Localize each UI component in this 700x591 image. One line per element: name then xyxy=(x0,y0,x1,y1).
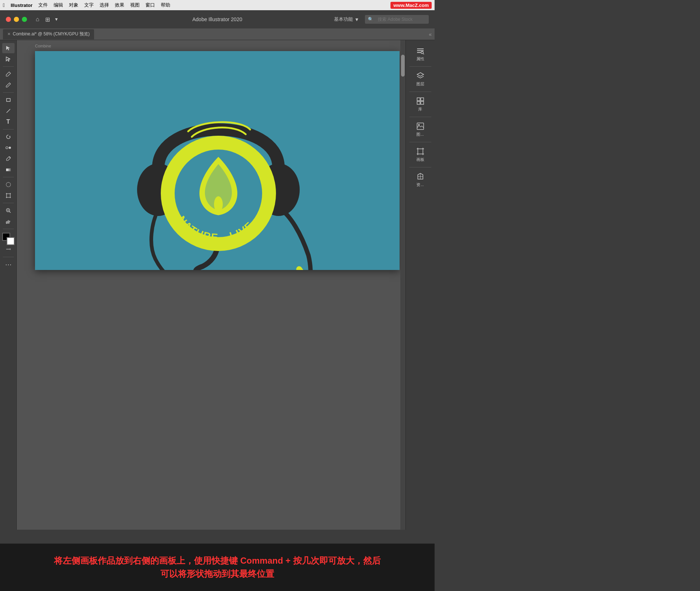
svg-line-20 xyxy=(9,212,11,213)
swap-colors[interactable] xyxy=(2,244,15,255)
vertical-scrollbar[interactable] xyxy=(400,40,405,530)
menu-text[interactable]: 文字 xyxy=(84,2,94,8)
tool-separator-7 xyxy=(3,257,14,257)
search-input[interactable] xyxy=(375,16,426,23)
artboard-tool[interactable] xyxy=(2,190,15,201)
layers-label: 图层 xyxy=(416,81,424,87)
svg-point-30 xyxy=(214,196,223,212)
svg-point-38 xyxy=(421,51,423,54)
main-layout: T xyxy=(0,40,435,530)
menu-select[interactable]: 选择 xyxy=(100,2,109,8)
more-icon: ⋯ xyxy=(5,260,12,269)
line-tool[interactable] xyxy=(2,106,15,116)
panel-sep-1 xyxy=(409,66,431,67)
menu-effect[interactable]: 效果 xyxy=(115,2,124,8)
direct-select-tool[interactable] xyxy=(2,54,15,64)
svg-rect-43 xyxy=(417,101,420,104)
document-tab[interactable]: ✕ Combine.ai* @ 58% (CMYK/GPU 预览) xyxy=(3,29,94,39)
tool-separator-6 xyxy=(3,229,14,229)
gradient-tool[interactable] xyxy=(2,165,15,175)
properties-label: 属性 xyxy=(416,56,424,62)
left-toolbar: T xyxy=(0,40,17,530)
rectangle-tool[interactable] xyxy=(2,95,15,105)
workspace-selector[interactable]: 基本功能 ▼ xyxy=(334,16,359,23)
type-icon: T xyxy=(7,119,10,125)
panel-sep-2 xyxy=(409,92,431,92)
svg-marker-0 xyxy=(6,46,10,50)
menu-edit[interactable]: 编辑 xyxy=(54,2,63,8)
blend-tool[interactable] xyxy=(2,143,15,153)
layout-icon[interactable]: ⊞ xyxy=(45,16,50,23)
layers-panel-btn[interactable]: 图层 xyxy=(408,68,433,90)
color-picker[interactable] xyxy=(2,233,15,245)
svg-point-6 xyxy=(6,147,8,149)
traffic-lights: ⌂ ⊞ ▼ xyxy=(6,16,59,23)
layers-icon xyxy=(416,72,424,80)
select-tool[interactable] xyxy=(2,43,15,53)
svg-rect-9 xyxy=(6,169,11,171)
titlebar-right: 基本功能 ▼ 🔍 xyxy=(334,15,429,24)
logo-svg: NATURE - LIVE xyxy=(35,51,400,270)
watermark: www.MacZ.com xyxy=(390,2,432,9)
svg-rect-44 xyxy=(421,101,424,104)
zoom-tool[interactable] xyxy=(2,205,15,216)
libraries-label: 库 xyxy=(418,107,422,112)
svg-rect-37 xyxy=(417,52,421,53)
hand-tool[interactable] xyxy=(2,216,15,227)
artboard-label: Combine xyxy=(35,44,51,48)
search-bar[interactable]: 🔍 xyxy=(365,15,429,24)
background-color[interactable] xyxy=(7,237,15,245)
menu-object[interactable]: 对象 xyxy=(69,2,78,8)
panel-sep-4 xyxy=(409,142,431,142)
app-title: Adobe Illustrator 2020 xyxy=(192,16,242,22)
eyedropper-tool[interactable] xyxy=(2,154,15,164)
image-trace-panel-btn[interactable]: 图... xyxy=(408,119,433,140)
svg-marker-1 xyxy=(6,57,10,61)
search-icon: 🔍 xyxy=(368,17,373,22)
close-button[interactable] xyxy=(6,17,11,22)
tab-close-icon[interactable]: ✕ xyxy=(7,32,11,36)
home-icon[interactable]: ⌂ xyxy=(36,16,39,23)
scrollbar-thumb-v[interactable] xyxy=(401,55,405,77)
menu-file[interactable]: 文件 xyxy=(38,2,48,8)
instruction-line2: 可以将形状拖动到其最终位置 xyxy=(160,567,274,580)
canvas-area: Combine xyxy=(17,40,405,530)
svg-rect-41 xyxy=(417,98,420,101)
apple-menu[interactable]:  xyxy=(3,2,5,8)
properties-icon xyxy=(416,47,424,55)
more-tools[interactable]: ⋯ xyxy=(2,259,15,270)
instruction-line1: 将左侧画板作品放到右侧的画板上，使用快捷键 Command + 按几次即可放大，… xyxy=(54,554,380,567)
menu-help[interactable]: 帮助 xyxy=(161,2,170,8)
pen-tool[interactable] xyxy=(2,69,15,79)
panel-collapse-icon[interactable]: « xyxy=(429,31,432,37)
type-tool[interactable]: T xyxy=(2,117,15,127)
libraries-panel-btn[interactable]: 库 xyxy=(408,93,433,115)
panel-sep-3 xyxy=(409,117,431,117)
menu-window[interactable]: 窗口 xyxy=(145,2,155,8)
right-panel: 属性 图层 库 图... xyxy=(405,40,435,530)
app-menu[interactable]: Illustrator xyxy=(11,3,32,8)
assets-panel-btn[interactable]: 资... xyxy=(408,169,433,191)
menu-view[interactable]: 视图 xyxy=(130,2,140,8)
svg-rect-47 xyxy=(418,149,423,154)
lasso-tool[interactable] xyxy=(2,179,15,190)
svg-point-7 xyxy=(9,147,11,149)
libraries-icon xyxy=(416,97,424,105)
tabbar: ✕ Combine.ai* @ 58% (CMYK/GPU 预览) « xyxy=(0,28,435,40)
tab-label: Combine.ai* @ 58% (CMYK/GPU 预览) xyxy=(13,31,90,37)
tool-separator-3 xyxy=(3,129,14,130)
titlebar: ⌂ ⊞ ▼ Adobe Illustrator 2020 基本功能 ▼ 🔍 xyxy=(0,10,435,28)
svg-line-2 xyxy=(7,72,9,74)
artboard-panel-icon xyxy=(416,147,424,155)
image-label: 图... xyxy=(416,132,424,137)
layout-arrow[interactable]: ▼ xyxy=(54,17,59,22)
minimize-button[interactable] xyxy=(14,17,19,22)
rotate-tool[interactable] xyxy=(2,132,15,142)
artboard-panel-btn[interactable]: 画板 xyxy=(408,144,433,166)
pencil-tool[interactable] xyxy=(2,80,15,90)
tool-separator-5 xyxy=(3,203,14,203)
svg-marker-5 xyxy=(9,136,10,137)
maximize-button[interactable] xyxy=(22,17,27,22)
svg-rect-42 xyxy=(421,98,424,101)
properties-panel-btn[interactable]: 属性 xyxy=(408,43,433,65)
